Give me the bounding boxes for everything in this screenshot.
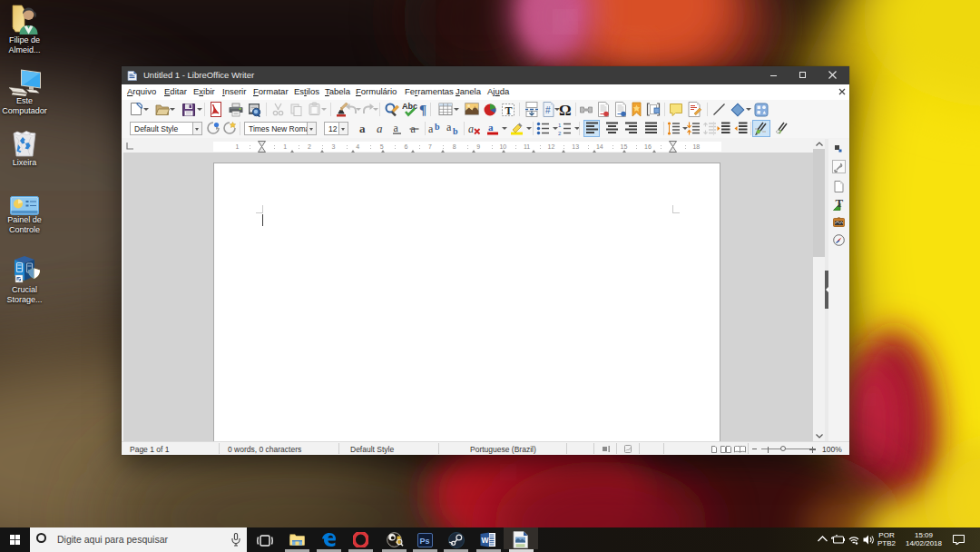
svg-text:a: a: [359, 123, 366, 134]
svg-text:b: b: [435, 123, 440, 132]
svg-text:a: a: [488, 122, 494, 133]
svg-text:W: W: [482, 536, 490, 545]
svg-text:T: T: [836, 197, 844, 210]
svg-text:a: a: [377, 123, 383, 134]
svg-text:a: a: [446, 123, 452, 133]
svg-text:#: #: [545, 105, 551, 115]
svg-text:a: a: [468, 123, 474, 135]
svg-text:Ω: Ω: [559, 102, 572, 117]
svg-text:2: 2: [558, 131, 562, 136]
svg-text:¶: ¶: [419, 103, 426, 117]
svg-text:b: b: [453, 126, 458, 135]
svg-text:a: a: [394, 123, 399, 134]
svg-text:a: a: [428, 123, 434, 135]
svg-text:1: 1: [558, 123, 562, 128]
svg-text:T: T: [505, 104, 513, 116]
svg-text:Ps: Ps: [420, 536, 430, 545]
